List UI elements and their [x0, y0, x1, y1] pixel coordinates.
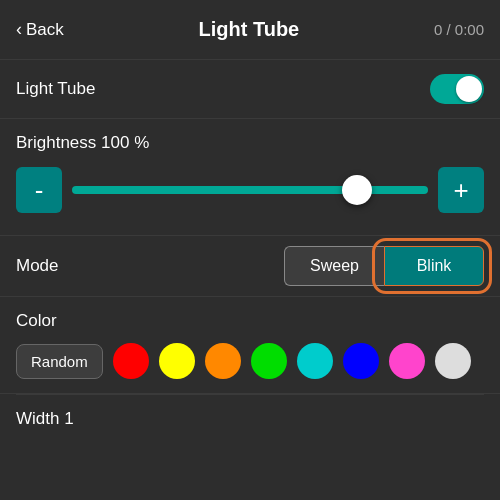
color-red[interactable] [113, 343, 149, 379]
mode-blink-button[interactable]: Blink [384, 246, 484, 286]
color-row: Random [16, 343, 484, 379]
brightness-section: Brightness 100 % - + [0, 119, 500, 235]
color-orange[interactable] [205, 343, 241, 379]
width-section: Width 1 [0, 395, 500, 443]
slider-row: - + [16, 167, 484, 213]
back-chevron-icon: ‹ [16, 19, 22, 40]
mode-section: Mode Sweep Blink [0, 235, 500, 297]
light-tube-row: Light Tube [0, 60, 500, 119]
color-yellow[interactable] [159, 343, 195, 379]
width-label: Width 1 [16, 409, 74, 428]
color-random-button[interactable]: Random [16, 344, 103, 379]
back-label: Back [26, 20, 64, 40]
header: ‹ Back Light Tube 0 / 0:00 [0, 0, 500, 60]
color-label: Color [16, 311, 484, 331]
color-pink[interactable] [389, 343, 425, 379]
light-tube-label: Light Tube [16, 79, 95, 99]
color-blue[interactable] [343, 343, 379, 379]
toggle-knob [456, 76, 482, 102]
color-section: Color Random [0, 297, 500, 394]
mode-sweep-button[interactable]: Sweep [284, 246, 384, 286]
mode-label: Mode [16, 256, 59, 276]
brightness-minus-button[interactable]: - [16, 167, 62, 213]
back-button[interactable]: ‹ Back [16, 19, 64, 40]
color-green[interactable] [251, 343, 287, 379]
light-tube-toggle[interactable] [430, 74, 484, 104]
page-title: Light Tube [199, 18, 300, 41]
slider-track [72, 186, 428, 194]
color-white[interactable] [435, 343, 471, 379]
slider-thumb[interactable] [342, 175, 372, 205]
color-cyan[interactable] [297, 343, 333, 379]
brightness-label: Brightness 100 % [16, 133, 484, 153]
brightness-slider[interactable] [72, 167, 428, 213]
brightness-plus-button[interactable]: + [438, 167, 484, 213]
mode-buttons: Sweep Blink [284, 246, 484, 286]
header-counter: 0 / 0:00 [434, 21, 484, 38]
